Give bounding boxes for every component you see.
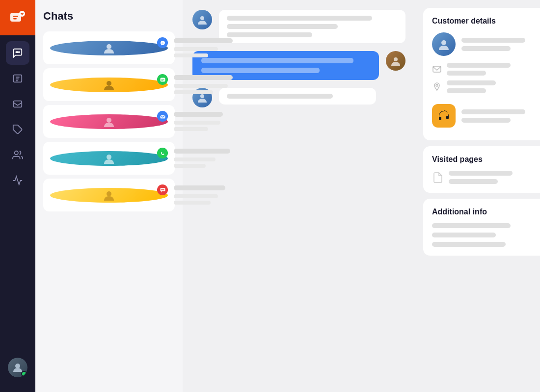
svg-rect-2: [13, 18, 17, 20]
messenger-icon: [160, 40, 166, 46]
location-icon-svg: [432, 82, 442, 92]
chat-avatar: [50, 188, 168, 203]
svg-point-24: [107, 155, 111, 159]
msg-line: [227, 16, 372, 21]
msg-bubble-group: [219, 10, 405, 43]
sidebar-item-teams[interactable]: [6, 143, 29, 167]
teams-icon: [12, 150, 23, 160]
contact-location-row: [432, 80, 540, 93]
email-icon-svg: [432, 64, 442, 74]
msg-avatar-face: [196, 14, 208, 26]
document-icon-svg: [432, 172, 444, 183]
chat-avatar: [50, 151, 168, 166]
msg-line-blue: [201, 68, 320, 73]
chat-name-bar: [174, 38, 233, 43]
msg-line-blue: [201, 58, 353, 63]
msg-bubble-small: [219, 88, 376, 105]
svg-point-9: [19, 52, 20, 52]
customer-name-bars: [461, 38, 525, 51]
chat-item[interactable]: [43, 68, 175, 101]
user-avatar[interactable]: [8, 358, 27, 377]
avatar-face-1: [102, 41, 116, 55]
chat-msg-bar2: [174, 127, 208, 131]
email-icon: [160, 113, 166, 120]
sidebar-item-coupons[interactable]: [6, 118, 29, 141]
chat-item[interactable]: [43, 142, 175, 175]
app-name-bar: [461, 109, 525, 114]
sidebar-item-chats[interactable]: [6, 41, 29, 65]
app-logo[interactable]: [0, 0, 35, 35]
svg-rect-21: [160, 78, 165, 81]
location-icon: [432, 82, 442, 92]
svg-point-20: [107, 81, 111, 86]
avatar-face-3: [102, 114, 116, 129]
chat-item[interactable]: [43, 31, 175, 64]
sidebar-nav: [6, 35, 29, 358]
email-bar: [447, 63, 511, 68]
app-section: [432, 100, 540, 131]
sms-icon: [160, 187, 166, 193]
visited-page-row: [432, 171, 540, 184]
contact-email-row: [432, 63, 540, 76]
svg-point-22: [107, 118, 111, 123]
chat-info: [174, 185, 225, 205]
chat-avatar: [50, 78, 168, 92]
sidebar-item-reports[interactable]: [6, 169, 29, 192]
avatar-face-5: [102, 188, 116, 203]
chat-item[interactable]: [43, 179, 175, 211]
customer-subtitle-bar: [461, 46, 511, 51]
visited-url-bar2: [449, 179, 498, 184]
chat-avatar: [50, 114, 168, 129]
chat-list: [43, 31, 175, 215]
logo-icon: [9, 9, 27, 26]
chat-info: [174, 112, 223, 131]
msg-avatar: [192, 10, 212, 29]
contact-email-bars: [447, 63, 511, 76]
coupons-icon: [12, 124, 23, 135]
page-title: Chats: [43, 10, 175, 23]
sidebar-item-inbox[interactable]: [6, 92, 29, 116]
chat-item[interactable]: [43, 105, 175, 138]
svg-point-18: [107, 44, 111, 49]
email-icon: [432, 64, 442, 74]
msg-bubble: [219, 10, 405, 43]
customer-top-row: [432, 32, 540, 56]
chat-msg-bar2: [174, 201, 211, 205]
chat-info: [174, 149, 230, 168]
svg-point-36: [436, 84, 438, 86]
svg-point-31: [200, 16, 204, 20]
svg-point-8: [17, 52, 18, 52]
visited-pages-card: Visited pages: [423, 146, 540, 193]
main-content: Chats: [35, 0, 540, 392]
inbox-icon: [12, 99, 23, 109]
app-icon: [432, 104, 456, 128]
visited-page-bars: [449, 171, 540, 184]
additional-info-title: Additional info: [432, 208, 540, 216]
sidebar: [0, 0, 35, 392]
contact-location-bars: [447, 80, 496, 93]
chat-info: [174, 38, 233, 57]
location-bar2: [447, 88, 486, 93]
svg-point-33: [200, 94, 204, 98]
sidebar-item-tickets[interactable]: [6, 67, 29, 90]
email-badge: [157, 111, 168, 122]
chat-name-bar: [174, 75, 233, 80]
app-desc-bar: [461, 118, 511, 123]
svg-point-5: [22, 13, 24, 14]
avatar-face-2: [102, 78, 116, 92]
customer-avatar-face: [437, 37, 451, 51]
chats-icon: [12, 48, 23, 58]
additional-bar-2: [432, 233, 496, 237]
additional-info-card: Additional info: [423, 199, 540, 256]
whatsapp-icon: [160, 150, 166, 157]
svg-point-28: [161, 189, 162, 190]
svg-point-6: [22, 14, 23, 16]
chat-info: [174, 75, 233, 94]
customer-details-title: Customer details: [432, 17, 540, 26]
customer-avatar: [432, 32, 456, 56]
whatsapp-badge: [157, 148, 168, 158]
visited-url-bar: [449, 171, 513, 176]
chat-list-panel: Chats: [35, 0, 183, 392]
chat-msg-bar: [174, 84, 228, 88]
svg-point-16: [15, 151, 18, 155]
